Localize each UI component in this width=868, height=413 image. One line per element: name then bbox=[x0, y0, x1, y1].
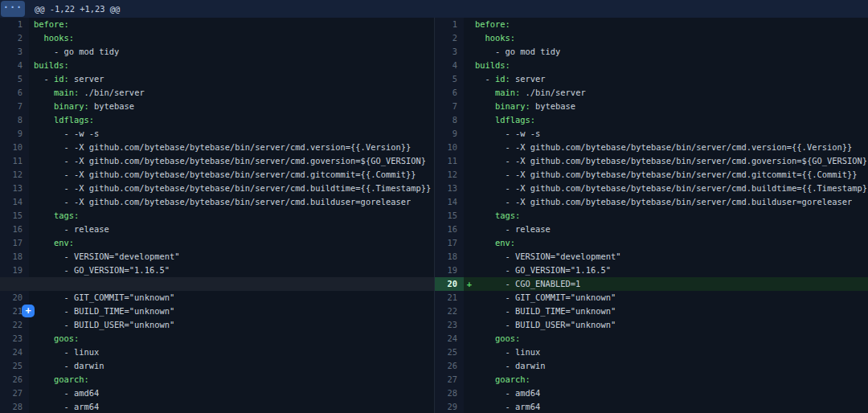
code-text: - release bbox=[475, 224, 551, 234]
yaml-key: goos: bbox=[54, 333, 79, 343]
line-number[interactable]: 15 bbox=[435, 209, 464, 223]
hunk-header-bar: ··· @@ -1,22 +1,23 @@ bbox=[0, 0, 868, 18]
diff-row: 2 hooks: bbox=[435, 31, 868, 45]
code-text bbox=[475, 115, 495, 125]
diff-row: 25 - linux bbox=[435, 346, 868, 359]
line-number[interactable]: 24 bbox=[435, 332, 464, 346]
line-number[interactable]: 8 bbox=[0, 113, 29, 127]
diff-row: 16 - release bbox=[0, 223, 434, 236]
line-number[interactable]: 26 bbox=[435, 359, 464, 373]
line-number[interactable]: 6 bbox=[435, 86, 464, 100]
line-number[interactable]: 28 bbox=[435, 386, 464, 400]
line-marker bbox=[464, 72, 475, 86]
line-number[interactable]: 17 bbox=[435, 236, 464, 250]
line-number[interactable]: 5 bbox=[435, 72, 464, 86]
line-number[interactable]: 6 bbox=[0, 86, 29, 100]
line-number[interactable]: 4 bbox=[0, 59, 29, 72]
line-number[interactable]: 3 bbox=[0, 45, 29, 59]
yaml-key: ldflags: bbox=[54, 115, 94, 125]
line-content: - id: server bbox=[29, 72, 104, 86]
line-marker bbox=[464, 373, 475, 386]
line-number[interactable]: 21 bbox=[435, 291, 464, 305]
line-marker bbox=[464, 346, 475, 359]
add-comment-button[interactable]: + bbox=[22, 305, 35, 317]
line-number[interactable]: 15 bbox=[0, 209, 29, 223]
diff-row: 16 - release bbox=[435, 223, 868, 236]
diff-row: 11 - -X github.com/bytebase/bytebase/bin… bbox=[0, 154, 434, 168]
line-content: main: ./bin/server bbox=[475, 86, 586, 100]
line-marker bbox=[464, 154, 475, 168]
line-content: - -X github.com/bytebase/bytebase/bin/se… bbox=[475, 168, 857, 182]
line-number[interactable]: 12 bbox=[0, 168, 29, 182]
code-text bbox=[475, 238, 495, 247]
code-text: ./bin/server bbox=[520, 88, 585, 97]
diff-row: 11 - -X github.com/bytebase/bytebase/bin… bbox=[435, 154, 868, 168]
expand-hunk-button[interactable]: ··· bbox=[1, 1, 25, 17]
line-content: goarch: bbox=[475, 373, 530, 386]
line-number[interactable]: 25 bbox=[435, 346, 464, 359]
line-number[interactable]: 5 bbox=[0, 72, 29, 86]
line-number[interactable]: 10 bbox=[435, 141, 464, 154]
line-number[interactable]: 2 bbox=[435, 31, 464, 45]
code-text: bytebase bbox=[530, 101, 575, 111]
line-number[interactable]: 1 bbox=[435, 18, 464, 31]
line-number[interactable]: 19 bbox=[435, 264, 464, 277]
line-number[interactable]: 7 bbox=[435, 100, 464, 113]
line-number[interactable]: 27 bbox=[0, 386, 29, 400]
split-diff-viewer: ··· @@ -1,22 +1,23 @@ 1before:2 hooks:3 … bbox=[0, 0, 868, 413]
line-number[interactable]: 16 bbox=[435, 223, 464, 236]
line-number[interactable]: 27 bbox=[435, 373, 464, 386]
line-number[interactable]: 8 bbox=[435, 113, 464, 127]
line-number[interactable]: 18 bbox=[435, 250, 464, 264]
line-number[interactable]: 10 bbox=[0, 141, 29, 154]
diff-row: 7 binary: bytebase bbox=[435, 100, 868, 113]
line-number[interactable]: 1 bbox=[0, 18, 29, 31]
code-text: bytebase bbox=[89, 101, 134, 111]
line-number[interactable]: 14 bbox=[0, 195, 29, 209]
line-number[interactable]: 11 bbox=[435, 154, 464, 168]
code-text: - -X github.com/bytebase/bytebase/bin/se… bbox=[34, 183, 431, 193]
line-number[interactable]: 13 bbox=[435, 182, 464, 195]
line-content: - linux bbox=[475, 346, 540, 359]
line-number[interactable]: 18 bbox=[0, 250, 29, 264]
line-number[interactable]: 26 bbox=[0, 373, 29, 386]
line-number[interactable]: 20 bbox=[0, 291, 29, 305]
line-content: - linux bbox=[29, 346, 99, 359]
line-number[interactable]: 16 bbox=[0, 223, 29, 236]
line-number[interactable]: 23 bbox=[0, 332, 29, 346]
line-number[interactable]: 11 bbox=[0, 154, 29, 168]
code-text: - VERSION="development" bbox=[475, 251, 620, 261]
code-text: - -w -s bbox=[34, 129, 99, 138]
line-number[interactable]: 19 bbox=[0, 264, 29, 277]
line-number[interactable]: 22 bbox=[435, 305, 464, 318]
line-number[interactable]: 4 bbox=[435, 59, 464, 72]
line-number[interactable]: 22 bbox=[0, 318, 29, 332]
diff-row: 12 - -X github.com/bytebase/bytebase/bin… bbox=[0, 168, 434, 182]
code-text: - -X github.com/bytebase/bytebase/bin/se… bbox=[475, 156, 867, 166]
line-number[interactable]: 7 bbox=[0, 100, 29, 113]
diff-row: 18 - VERSION="development" bbox=[0, 250, 434, 264]
line-number[interactable]: 17 bbox=[0, 236, 29, 250]
code-text bbox=[34, 374, 54, 384]
line-marker bbox=[464, 195, 475, 209]
line-marker bbox=[464, 127, 475, 141]
line-number[interactable]: 29 bbox=[435, 400, 464, 413]
line-number[interactable]: 28 bbox=[0, 400, 29, 413]
line-number[interactable]: 3 bbox=[435, 45, 464, 59]
code-text bbox=[475, 33, 485, 43]
diff-row: 17 env: bbox=[435, 236, 868, 250]
line-number[interactable]: 13 bbox=[0, 182, 29, 195]
line-number[interactable]: 25 bbox=[0, 359, 29, 373]
line-number[interactable]: 9 bbox=[0, 127, 29, 141]
line-number[interactable]: 12 bbox=[435, 168, 464, 182]
line-content: - BUILD_USER="unknown" bbox=[475, 318, 616, 332]
line-marker bbox=[464, 168, 475, 182]
code-text: - GIT_COMMIT="unknown" bbox=[475, 292, 616, 302]
line-number[interactable]: 23 bbox=[435, 318, 464, 332]
line-number[interactable]: 24 bbox=[0, 346, 29, 359]
line-number[interactable]: 14 bbox=[435, 195, 464, 209]
diff-row-filler bbox=[0, 277, 434, 291]
line-number[interactable]: 9 bbox=[435, 127, 464, 141]
line-number[interactable]: 2 bbox=[0, 31, 29, 45]
line-number[interactable]: 20 bbox=[435, 277, 464, 291]
